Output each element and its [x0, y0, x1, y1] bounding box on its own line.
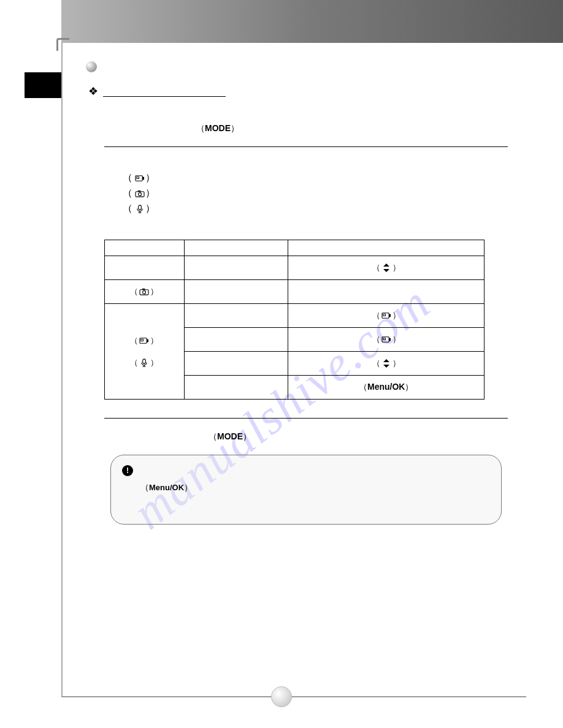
sphere-bullet — [86, 61, 97, 72]
footer-divider — [61, 696, 526, 697]
table-cell — [184, 376, 288, 400]
mode-text: MODE — [205, 123, 231, 133]
table-cell: （） — [105, 280, 185, 304]
page-content: ❖ （MODE） （ ） （ ） （ ） — [86, 61, 526, 525]
microphone-icon — [139, 358, 150, 367]
table-cell: （） — [288, 328, 484, 352]
note-box: ! （Menu/OK） — [110, 455, 502, 525]
page-left-border — [61, 43, 63, 697]
table-cell-merged: （） （） — [105, 304, 185, 400]
photo-camera-icon — [139, 287, 150, 296]
note-text: （Menu/OK） — [140, 482, 488, 493]
divider-1 — [104, 146, 508, 147]
table-cell — [184, 280, 288, 304]
header-bar — [61, 0, 563, 43]
divider-2 — [104, 418, 508, 419]
table-header-3 — [288, 240, 484, 256]
microphone-icon — [134, 205, 145, 213]
table-cell — [184, 256, 288, 280]
page-number-circle — [271, 686, 292, 707]
note-badge-icon: ! — [122, 465, 133, 476]
table-cell — [184, 304, 288, 328]
table-cell: （） — [288, 304, 484, 328]
table-header-2 — [184, 240, 288, 256]
menu-ok-label: Menu/OK — [367, 382, 405, 392]
table-cell — [184, 352, 288, 376]
table-cell — [288, 280, 484, 304]
table-header-1 — [105, 240, 185, 256]
subsection-title — [103, 85, 226, 97]
diamond-bullet-icon: ❖ — [88, 85, 98, 98]
mode-label-line-2: （MODE） — [209, 431, 526, 442]
video-camera-icon — [134, 174, 145, 183]
video-camera-icon — [381, 335, 392, 344]
table-cell: （） — [288, 352, 484, 376]
table-cell — [184, 328, 288, 352]
icon-legend: （ ） （ ） （ ） — [123, 172, 526, 215]
mode-table: （） （） （） （） （） （） — [104, 240, 484, 400]
photo-camera-icon — [134, 189, 145, 198]
video-camera-icon — [381, 311, 392, 320]
table-cell — [105, 256, 185, 280]
side-tab — [25, 72, 61, 98]
table-cell: （Menu/OK） — [288, 376, 484, 400]
table-cell: （） — [288, 256, 484, 280]
video-camera-icon — [139, 336, 150, 345]
up-down-arrow-icon — [381, 264, 392, 272]
up-down-arrow-icon — [381, 359, 392, 368]
subsection-row: ❖ — [88, 85, 526, 98]
section-heading-row — [86, 61, 526, 72]
mode-label-line-1: （MODE） — [196, 123, 526, 134]
